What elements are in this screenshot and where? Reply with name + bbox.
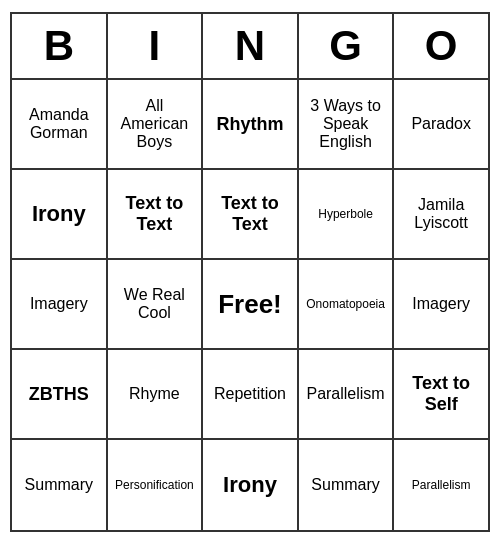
header-letter-O: O	[394, 14, 488, 80]
cell-text-2-0: Imagery	[30, 295, 88, 313]
bingo-cell-4-2: Irony	[203, 440, 299, 530]
cell-text-0-1: All American Boys	[114, 97, 196, 151]
cell-text-1-1: Text to Text	[114, 193, 196, 235]
bingo-cell-2-2: Free!	[203, 260, 299, 350]
bingo-cell-3-1: Rhyme	[108, 350, 204, 440]
bingo-cell-4-3: Summary	[299, 440, 395, 530]
cell-text-4-2: Irony	[223, 472, 277, 498]
cell-text-0-0: Amanda Gorman	[18, 106, 100, 142]
bingo-card: BINGO Amanda GormanAll American BoysRhyt…	[10, 12, 490, 532]
header-letter-N: N	[203, 14, 299, 80]
header-letter-B: B	[12, 14, 108, 80]
bingo-cell-4-4: Parallelism	[394, 440, 488, 530]
bingo-cell-0-2: Rhythm	[203, 80, 299, 170]
bingo-cell-1-2: Text to Text	[203, 170, 299, 260]
bingo-row-1: IronyText to TextText to TextHyperboleJa…	[12, 170, 488, 260]
bingo-row-3: ZBTHSRhymeRepetitionParallelismText to S…	[12, 350, 488, 440]
cell-text-2-1: We Real Cool	[114, 286, 196, 322]
bingo-cell-3-0: ZBTHS	[12, 350, 108, 440]
cell-text-2-2: Free!	[218, 289, 282, 320]
cell-text-2-4: Imagery	[412, 295, 470, 313]
bingo-cell-2-1: We Real Cool	[108, 260, 204, 350]
header-letter-G: G	[299, 14, 395, 80]
bingo-cell-2-4: Imagery	[394, 260, 488, 350]
bingo-row-4: SummaryPersonificationIronySummaryParall…	[12, 440, 488, 530]
bingo-cell-1-1: Text to Text	[108, 170, 204, 260]
bingo-cell-2-3: Onomatopoeia	[299, 260, 395, 350]
bingo-cell-1-4: Jamila Lyiscott	[394, 170, 488, 260]
bingo-cell-0-1: All American Boys	[108, 80, 204, 170]
bingo-cell-1-0: Irony	[12, 170, 108, 260]
cell-text-4-1: Personification	[115, 478, 194, 492]
bingo-cell-3-4: Text to Self	[394, 350, 488, 440]
bingo-cell-4-0: Summary	[12, 440, 108, 530]
bingo-cell-0-3: 3 Ways to Speak English	[299, 80, 395, 170]
cell-text-4-4: Parallelism	[412, 478, 471, 492]
cell-text-3-4: Text to Self	[400, 373, 482, 415]
cell-text-1-0: Irony	[32, 201, 86, 227]
bingo-cell-0-0: Amanda Gorman	[12, 80, 108, 170]
cell-text-3-1: Rhyme	[129, 385, 180, 403]
bingo-row-0: Amanda GormanAll American BoysRhythm3 Wa…	[12, 80, 488, 170]
cell-text-4-0: Summary	[25, 476, 93, 494]
bingo-grid: Amanda GormanAll American BoysRhythm3 Wa…	[12, 80, 488, 530]
cell-text-0-2: Rhythm	[216, 114, 283, 135]
bingo-cell-1-3: Hyperbole	[299, 170, 395, 260]
cell-text-0-4: Paradox	[411, 115, 471, 133]
cell-text-1-4: Jamila Lyiscott	[400, 196, 482, 232]
cell-text-1-2: Text to Text	[209, 193, 291, 235]
cell-text-4-3: Summary	[311, 476, 379, 494]
header-letter-I: I	[108, 14, 204, 80]
cell-text-3-2: Repetition	[214, 385, 286, 403]
cell-text-3-0: ZBTHS	[29, 384, 89, 405]
cell-text-1-3: Hyperbole	[318, 207, 373, 221]
bingo-cell-3-2: Repetition	[203, 350, 299, 440]
bingo-cell-2-0: Imagery	[12, 260, 108, 350]
cell-text-0-3: 3 Ways to Speak English	[305, 97, 387, 151]
cell-text-3-3: Parallelism	[306, 385, 384, 403]
bingo-cell-0-4: Paradox	[394, 80, 488, 170]
bingo-header: BINGO	[12, 14, 488, 80]
cell-text-2-3: Onomatopoeia	[306, 297, 385, 311]
bingo-row-2: ImageryWe Real CoolFree!OnomatopoeiaImag…	[12, 260, 488, 350]
bingo-cell-4-1: Personification	[108, 440, 204, 530]
bingo-cell-3-3: Parallelism	[299, 350, 395, 440]
